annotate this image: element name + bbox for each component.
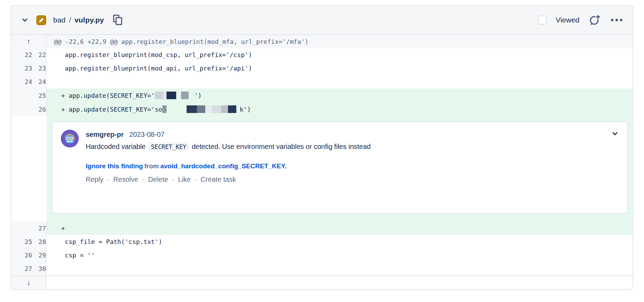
new-line-number[interactable]: 25	[32, 92, 46, 99]
diff-marker	[61, 51, 65, 58]
add-comment-button[interactable]	[588, 14, 601, 26]
redacted-block	[236, 105, 240, 113]
old-line-number[interactable]: 24	[16, 78, 32, 85]
line-number-gutter: 2629	[11, 248, 47, 262]
expand-up-button[interactable]: ↑	[11, 35, 47, 48]
comment-action-create-task[interactable]: Create task	[201, 176, 236, 183]
comment-card: semgrep-pr 2023-08-07 Hardcoded variable…	[52, 121, 628, 214]
new-line-number[interactable]: 27	[32, 225, 46, 232]
comment-author[interactable]: semgrep-pr	[86, 131, 124, 139]
redacted-block	[167, 105, 187, 113]
new-line-number[interactable]: 28	[32, 238, 46, 245]
collapse-comment-button[interactable]	[612, 130, 618, 139]
code-text: csp_file = Path('csp.txt')	[65, 238, 162, 245]
new-line-number[interactable]: 26	[32, 106, 46, 113]
new-line-number[interactable]: 23	[32, 65, 46, 72]
code-line[interactable]: + app.update(SECRET_KEY='')	[47, 88, 633, 102]
add-comment-icon	[588, 14, 601, 26]
comment-action-resolve[interactable]: Resolve	[113, 176, 138, 183]
line-number-gutter: 26	[11, 102, 47, 116]
ignore-finding-link[interactable]: Ignore this finding	[86, 162, 143, 170]
rule-link[interactable]: avoid_hardcoded_config_SECRET_KEY	[160, 162, 285, 170]
line-number-gutter: 2528	[11, 235, 47, 248]
code-line[interactable]	[47, 262, 633, 275]
more-options-button[interactable]	[610, 18, 624, 22]
comment-date: 2023-08-07	[129, 131, 164, 139]
old-line-number[interactable]: 23	[16, 65, 32, 72]
code-line[interactable]	[47, 75, 633, 88]
comment-text-after: detected. Use environment variables or c…	[192, 143, 371, 150]
chevron-down-icon	[612, 130, 618, 137]
diff-rows-top: 2222 app.register_blueprint(mod_csp, url…	[11, 48, 633, 116]
code-line[interactable]: + app.update(SECRET_KEY='sok')	[47, 102, 633, 116]
diff-row: 2222 app.register_blueprint(mod_csp, url…	[11, 48, 633, 62]
comment-zone: semgrep-pr 2023-08-07 Hardcoded variable…	[47, 116, 633, 221]
comment-action-delete[interactable]: Delete	[148, 176, 168, 183]
code-line[interactable]: +	[47, 221, 633, 235]
comment-meta: semgrep-pr 2023-08-07	[86, 131, 618, 139]
file-header-right: Viewed	[538, 14, 624, 26]
collapse-file-button[interactable]	[20, 16, 29, 25]
code-line[interactable]: csp_file = Path('csp.txt')	[47, 235, 633, 248]
redacted-block	[212, 105, 221, 113]
redacted-block	[181, 92, 189, 99]
code-line[interactable]: app.register_blueprint(mod_csp, url_pref…	[47, 48, 633, 62]
action-separator: ·	[172, 176, 174, 183]
diff-row: 26+ app.update(SECRET_KEY='sok')	[11, 102, 633, 116]
expand-down-button[interactable]: ↓	[11, 276, 47, 289]
diff-marker: +	[61, 106, 69, 113]
diff-row: 2323 app.register_blueprint(mod_api, url…	[11, 62, 633, 75]
comment-text-before: Hardcoded variable	[86, 143, 145, 150]
new-line-number[interactable]: 22	[32, 51, 46, 58]
new-line-number[interactable]: 29	[32, 252, 46, 259]
redacted-block	[205, 105, 212, 113]
file-header: bad / vulpy.py Viewed	[11, 6, 633, 35]
comment-action-like[interactable]: Like	[178, 176, 191, 183]
redacted-block	[221, 105, 228, 113]
old-line-number[interactable]: 25	[16, 238, 32, 245]
diff-row: 25+ app.update(SECRET_KEY='')	[11, 88, 633, 102]
expand-row-spacer	[47, 276, 633, 289]
redacted-block	[189, 92, 194, 99]
inline-code-chip: SECRET_KEY	[148, 142, 189, 151]
redacted-block	[162, 105, 167, 113]
more-options-icon	[610, 18, 624, 22]
old-line-number[interactable]: 22	[16, 51, 32, 58]
from-text: from	[143, 162, 160, 170]
diff-marker	[61, 238, 65, 245]
diff-row: 27+	[11, 221, 633, 235]
copy-path-button[interactable]	[112, 14, 123, 26]
code-text: k')	[240, 106, 251, 113]
action-separator: ·	[142, 176, 144, 183]
redacted-block	[155, 92, 163, 99]
line-number-gutter: 2222	[11, 48, 47, 62]
old-line-number[interactable]: 26	[16, 252, 32, 259]
viewed-checkbox[interactable]	[538, 16, 547, 25]
chevron-down-icon	[21, 16, 29, 24]
code-line[interactable]: app.register_blueprint(mod_api, url_pref…	[47, 62, 633, 75]
pencil-icon	[38, 17, 44, 23]
redacted-block	[197, 105, 205, 113]
comment-action-reply[interactable]: Reply	[86, 176, 103, 183]
code-text: app.register_blueprint(mod_csp, url_pref…	[65, 51, 252, 58]
arrow-up-icon: ↑	[27, 38, 31, 45]
old-line-number[interactable]: 27	[16, 265, 32, 272]
new-line-number[interactable]: 24	[32, 78, 46, 85]
comment-body: Hardcoded variable SECRET_KEY detected. …	[86, 143, 618, 151]
redacted-block	[163, 92, 167, 99]
ignore-finding-line: Ignore this findingfromavoid_hardcoded_c…	[86, 162, 618, 170]
diff-rows-bottom: 27+ 2528 csp_file = Path('csp.txt')2629 …	[11, 221, 633, 275]
diff-row: 2424	[11, 75, 633, 88]
diff-marker: +	[61, 225, 69, 232]
line-number-gutter: 2323	[11, 62, 47, 75]
code-line[interactable]: csp = ''	[47, 248, 633, 262]
new-line-number[interactable]: 30	[32, 265, 46, 272]
comment-row: semgrep-pr 2023-08-07 Hardcoded variable…	[11, 116, 633, 221]
diff-marker: +	[61, 92, 69, 99]
action-separator: ·	[195, 176, 197, 183]
redacted-block	[167, 92, 176, 99]
arrow-down-icon: ↓	[27, 279, 31, 286]
hunk-header-row: ↑ @@ -22,6 +22,9 @@ app.register_bluepri…	[11, 35, 633, 48]
avatar[interactable]	[61, 130, 79, 148]
code-text: ')	[194, 92, 202, 99]
